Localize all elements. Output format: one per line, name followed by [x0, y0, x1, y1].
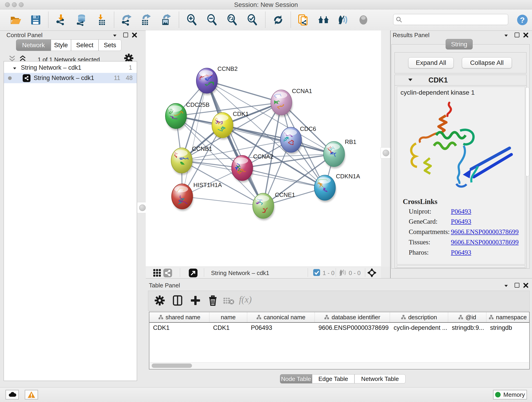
zoom-selected-icon[interactable] [247, 14, 259, 26]
tab-select[interactable]: Select [71, 39, 99, 51]
network-badge-icon[interactable] [163, 268, 172, 279]
table-cell[interactable]: cyclin-dependent ... [390, 323, 448, 333]
network-collection-row[interactable]: String Network – cdk1 1 [4, 63, 137, 73]
show-graphics-details-icon[interactable] [357, 14, 369, 26]
memory-label: Memory [503, 391, 525, 398]
tab-network[interactable]: Network [16, 39, 51, 51]
crosslink-label: Pharos: [409, 249, 429, 256]
svg-text:HIST1H1A: HIST1H1A [193, 182, 222, 188]
birds-eye-view-icon[interactable] [189, 268, 198, 279]
table-row[interactable]: CDK1CDK1P064939606.ENSP00000378699cyclin… [149, 323, 529, 333]
table-panel-float-icon[interactable] [515, 283, 519, 288]
export-table-icon[interactable] [140, 14, 152, 26]
table-panel-close-icon[interactable] [523, 283, 528, 289]
table-cell[interactable]: 9606.ENSP00000378699 [315, 323, 390, 333]
zoom-out-icon[interactable] [206, 14, 218, 26]
grid-view-icon[interactable] [153, 269, 161, 278]
right-splitter-handle[interactable] [380, 147, 391, 158]
table-cell[interactable]: stringdb:9... [448, 323, 486, 333]
tab-edge-table[interactable]: Edge Table [312, 374, 355, 383]
collection-expander-icon[interactable] [13, 64, 17, 71]
collection-count: 1 [129, 64, 132, 71]
network-row[interactable]: String Network – cdk1 11 48 [4, 73, 137, 83]
import-database-icon[interactable] [76, 14, 88, 26]
panel-divider [390, 31, 391, 278]
memory-button[interactable]: Memory [493, 390, 527, 400]
next-section-edge [397, 265, 525, 268]
tab-string-results[interactable]: String [446, 39, 473, 50]
tab-style[interactable]: Style [51, 39, 71, 51]
table-cell[interactable]: stringdb [486, 323, 529, 333]
cloud-button[interactable] [6, 390, 19, 400]
network-graph[interactable]: CCNB2CCNA1CDC25BCDK1CDC6RB1CCNB1CCNA2CDK… [146, 31, 381, 267]
results-scrollbar-thumb[interactable] [526, 87, 529, 177]
results-panel-menu-icon[interactable] [504, 34, 508, 38]
graph-node-CCNB1: CCNB1 [171, 145, 212, 175]
network-view-toolbar: String Network – cdk1 1 - 0 0 - 0 [146, 267, 381, 279]
search-input[interactable] [404, 15, 506, 24]
crosslink-uniprot-link[interactable]: P06493 [451, 208, 471, 215]
table-gear-icon[interactable] [154, 295, 165, 307]
hide-graphics-icon[interactable] [337, 14, 349, 26]
table-horizontal-scrollbar[interactable] [150, 362, 529, 369]
graph-node-RB1: RB1 [323, 138, 356, 168]
control-panel-float-icon[interactable] [123, 32, 128, 38]
tab-network-table[interactable]: Network Table [355, 374, 405, 383]
svg-text:CCNB2: CCNB2 [217, 65, 238, 72]
expand-all-button[interactable]: Expand All [408, 57, 454, 68]
export-image-icon[interactable] [160, 14, 172, 26]
tab-sets[interactable]: Sets [99, 39, 121, 51]
control-panel-close-icon[interactable] [132, 32, 137, 38]
results-panel-close-icon[interactable] [523, 32, 528, 38]
collapse-all-button[interactable]: Collapse All [462, 57, 512, 68]
column-header[interactable]: shared name [149, 312, 209, 322]
delete-table-icon[interactable] [223, 297, 235, 306]
warnings-button[interactable] [25, 390, 38, 400]
crosslink-compartments-link[interactable]: 9606.ENSP00000378699 [451, 228, 519, 236]
crosslink-tissues-link[interactable]: 9606.ENSP00000378699 [451, 238, 519, 246]
zoom-fit-icon[interactable] [226, 14, 238, 26]
copy-style-icon[interactable] [298, 14, 309, 26]
control-panel-menu-icon[interactable] [113, 34, 117, 38]
cytoscape-window: Session: New Session [0, 0, 532, 402]
svg-text:CDC25B: CDC25B [186, 101, 210, 108]
tab-node-table[interactable]: Node Table [280, 374, 312, 383]
table-panel-menu-icon[interactable] [504, 284, 508, 288]
column-header[interactable]: canonical name [247, 312, 315, 322]
graph-node-CCNB2: CCNB2 [196, 65, 238, 95]
first-neighbors-icon[interactable] [317, 14, 329, 26]
svg-text:CCNA2: CCNA2 [253, 153, 273, 160]
refresh-icon[interactable] [272, 14, 284, 26]
results-panel-float-icon[interactable] [515, 32, 519, 38]
add-column-icon[interactable] [190, 295, 201, 307]
crosslink-pharos-link[interactable]: P06493 [451, 249, 471, 256]
import-network-icon[interactable] [55, 14, 67, 26]
column-header[interactable]: namespace [486, 312, 529, 322]
hidden-eye-slash-icon[interactable] [339, 269, 347, 278]
open-session-icon[interactable] [10, 14, 22, 26]
import-table-icon[interactable] [96, 14, 108, 26]
column-header[interactable]: @id [448, 312, 486, 322]
svg-text:CDC6: CDC6 [300, 125, 316, 132]
show-columns-icon[interactable] [172, 295, 183, 307]
zoom-in-icon[interactable] [186, 14, 198, 26]
column-header[interactable]: database identifier [315, 312, 390, 322]
delete-column-trash-icon[interactable] [207, 295, 218, 307]
export-network-icon[interactable] [121, 14, 133, 26]
fit-content-crosshair-icon[interactable] [367, 268, 377, 279]
crosslink-genecard-link[interactable]: P06493 [451, 218, 471, 225]
table-cell[interactable]: P06493 [247, 323, 315, 333]
column-header[interactable]: name [209, 312, 247, 322]
table-cell[interactable]: CDK1 [209, 323, 247, 333]
table-scrollbar-thumb[interactable] [152, 364, 192, 368]
gene-name[interactable]: CDK1 [428, 76, 448, 84]
help-icon[interactable]: ? [516, 14, 528, 26]
function-builder-icon[interactable]: f(x) [239, 294, 252, 305]
graph-node-CDC6: CDC6 [280, 125, 316, 154]
network-canvas[interactable]: CCNB2CCNA1CDC25BCDK1CDC6RB1CCNB1CCNA2CDK… [146, 31, 381, 267]
save-session-icon[interactable] [30, 14, 42, 26]
gene-section-expander-icon[interactable] [408, 78, 412, 82]
column-header[interactable]: description [390, 312, 448, 322]
selected-checkbox-icon[interactable] [313, 269, 320, 277]
table-cell[interactable]: CDK1 [149, 323, 209, 333]
